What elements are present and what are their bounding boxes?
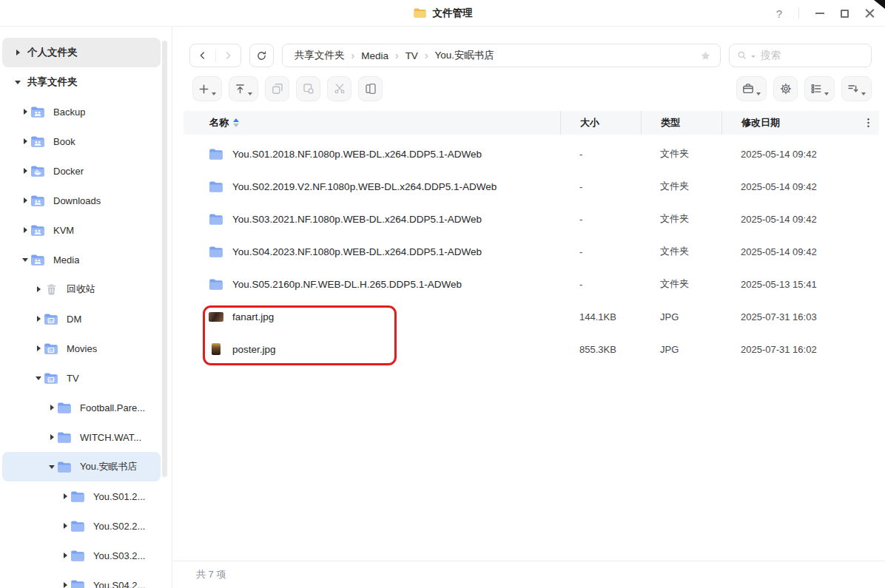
main-panel: 共享文件夹›Media›TV›You.安眠书店 搜索 名称 大小 类型 修改日期… — [173, 27, 885, 588]
column-header-size[interactable]: 大小 — [560, 111, 641, 135]
expand-caret-icon[interactable] — [20, 227, 30, 233]
breadcrumb-item[interactable]: Media — [361, 50, 388, 61]
table-row[interactable]: You.S02.2019.V2.NF.1080p.WEB-DL.x264.DDP… — [184, 170, 879, 203]
expand-caret-icon[interactable] — [60, 582, 70, 588]
expand-caret-icon[interactable] — [33, 316, 44, 322]
table-row[interactable]: You.S01.2018.NF.1080p.WEB-DL.x264.DDP5.1… — [184, 138, 879, 170]
column-options-icon[interactable] — [857, 111, 879, 135]
expand-caret-icon[interactable] — [13, 81, 23, 84]
expand-caret-icon[interactable] — [60, 552, 70, 558]
breadcrumb-item[interactable]: You.安眠书店 — [435, 49, 495, 62]
expand-caret-icon[interactable] — [47, 434, 57, 440]
expand-caret-icon[interactable] — [60, 523, 70, 529]
table-row[interactable]: You.S05.2160p.NF.WEB-DL.H.265.DDP5.1-ADW… — [184, 268, 879, 300]
expand-caret-icon[interactable] — [60, 493, 70, 499]
close-icon[interactable] — [865, 9, 875, 18]
file-size: - — [560, 149, 641, 160]
sidebar-item-label: Book — [53, 136, 75, 147]
shared-folder-icon — [30, 135, 45, 148]
sidebar-item[interactable]: 回收站 — [2, 274, 161, 304]
sidebar-item[interactable]: Downloads — [2, 186, 161, 215]
dropdown-caret-icon — [212, 92, 216, 95]
sidebar-item[interactable]: Backup — [2, 97, 161, 126]
table-row[interactable]: You.S03.2021.NF.1080p.WEB-DL.x264.DDP5.1… — [184, 203, 879, 235]
expand-caret-icon[interactable] — [33, 376, 44, 380]
folder-icon — [209, 278, 223, 291]
mount-icon — [365, 83, 377, 95]
expand-caret-icon[interactable] — [33, 345, 44, 351]
expand-caret-icon[interactable] — [13, 50, 23, 55]
sidebar-item[interactable]: WITCH.WAT... — [2, 422, 161, 452]
column-header-date[interactable]: 修改日期 — [721, 111, 857, 135]
sidebar-item-label: You.S02.2... — [93, 521, 145, 532]
poster-thumbnail — [209, 343, 223, 355]
sidebar-item[interactable]: DM — [2, 304, 161, 334]
sidebar-item[interactable]: Docker — [2, 156, 161, 186]
expand-caret-icon[interactable] — [33, 286, 44, 292]
paste-button — [296, 76, 320, 101]
sidebar-item-label: 共享文件夹 — [27, 75, 78, 89]
sidebar-item[interactable]: Football.Pare... — [2, 393, 161, 422]
file-name: poster.jpg — [232, 344, 276, 355]
expand-caret-icon[interactable] — [20, 197, 30, 203]
file-date: 2025-07-31 16:03 — [721, 311, 857, 322]
item-count: 共 7 项 — [196, 568, 226, 581]
sidebar-item[interactable]: You.安眠书店 — [2, 452, 161, 481]
expand-caret-icon[interactable] — [20, 258, 30, 262]
docker-folder-icon — [30, 165, 45, 178]
sidebar-item-label: TV — [67, 373, 79, 384]
sidebar-item[interactable]: You.S01.2... — [2, 481, 161, 511]
file-name: You.S03.2021.NF.1080p.WEB-DL.x264.DDP5.1… — [232, 214, 482, 225]
chevron-left-icon — [198, 50, 208, 61]
sidebar-item[interactable]: 个人文件夹 — [2, 38, 161, 67]
table-row[interactable]: You.S04.2023.NF.1080p.WEB-DL.x264.DDP5.1… — [184, 235, 879, 268]
expand-caret-icon[interactable] — [47, 405, 57, 410]
folder-icon — [70, 579, 85, 588]
sidebar-scrollbar[interactable] — [162, 41, 167, 477]
breadcrumb-item[interactable]: TV — [406, 50, 418, 61]
favorite-star-icon[interactable] — [700, 50, 711, 61]
breadcrumb-item[interactable]: 共享文件夹 — [295, 49, 345, 62]
column-header-name[interactable]: 名称 — [184, 111, 560, 135]
sidebar-item[interactable]: You.S03.2... — [2, 541, 161, 570]
sidebar-item[interactable]: 共享文件夹 — [2, 67, 161, 97]
view-mode-button[interactable] — [804, 76, 835, 101]
cut-button — [327, 76, 351, 101]
minimize-icon[interactable] — [815, 13, 824, 14]
file-size: - — [560, 246, 641, 257]
file-size: - — [560, 214, 641, 225]
maximize-icon[interactable] — [841, 10, 849, 18]
search-scope-caret-icon[interactable] — [751, 55, 756, 58]
plus-button[interactable] — [192, 76, 222, 101]
sidebar-item[interactable]: You.S02.2... — [2, 511, 161, 541]
search-input[interactable]: 搜索 — [729, 44, 872, 67]
expand-caret-icon[interactable] — [20, 109, 30, 115]
sidebar-item[interactable]: You.S04.2... — [2, 570, 161, 588]
mount-button[interactable] — [358, 76, 383, 101]
refresh-button[interactable] — [249, 44, 274, 67]
column-header-type[interactable]: 类型 — [641, 111, 721, 135]
sidebar-item[interactable]: Media — [2, 245, 161, 274]
file-date: 2025-05-14 09:42 — [721, 149, 857, 160]
back-button[interactable] — [190, 50, 215, 61]
upload-button[interactable] — [229, 76, 258, 101]
sidebar-item[interactable]: Book — [2, 126, 161, 156]
forward-button[interactable] — [216, 50, 241, 61]
sidebar-item[interactable]: TV — [2, 363, 161, 393]
trash-icon — [44, 283, 58, 296]
sidebar-item[interactable]: Movies — [2, 334, 161, 363]
expand-caret-icon[interactable] — [20, 138, 30, 144]
table-row[interactable]: fanart.jpg 144.1KB JPG 2025-07-31 16:03 — [184, 300, 879, 333]
plus-icon — [198, 84, 209, 95]
table-row[interactable]: poster.jpg 855.3KB JPG 2025-07-31 16:02 — [184, 333, 879, 365]
help-button[interactable]: ? — [776, 7, 782, 20]
sidebar-item-label: DM — [67, 314, 81, 325]
breadcrumb-separator-icon: › — [395, 50, 399, 61]
expand-caret-icon[interactable] — [47, 465, 57, 469]
toolbox-button[interactable] — [736, 76, 767, 101]
expand-caret-icon[interactable] — [20, 168, 30, 174]
sidebar-item[interactable]: KVM — [2, 215, 161, 245]
sort-button[interactable] — [841, 76, 872, 101]
cursor-artifact — [874, 0, 885, 9]
settings-gear-button[interactable] — [773, 76, 798, 101]
